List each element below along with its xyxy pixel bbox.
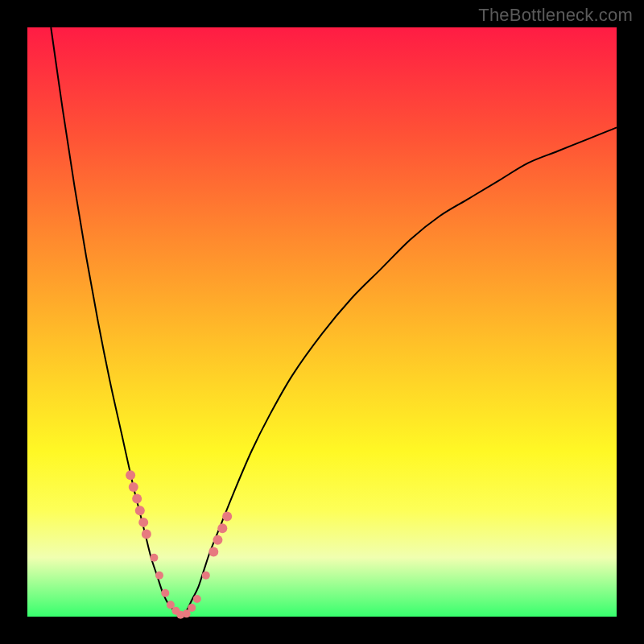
scatter-points	[126, 470, 232, 618]
chart-area	[27, 27, 617, 617]
scatter-point	[135, 506, 145, 515]
curve-left-branch	[51, 27, 180, 617]
scatter-point	[217, 523, 227, 533]
scatter-point	[142, 530, 151, 539]
scatter-point	[208, 547, 218, 556]
scatter-point	[138, 518, 148, 527]
scatter-point	[126, 470, 135, 480]
scatter-point	[188, 604, 196, 612]
scatter-point	[222, 512, 232, 522]
scatter-point	[155, 572, 163, 580]
watermark-text: TheBottleneck.com	[478, 5, 633, 26]
scatter-point	[161, 589, 169, 597]
scatter-point	[129, 482, 138, 492]
chart-svg	[27, 27, 617, 617]
scatter-point	[150, 554, 158, 562]
scatter-point	[193, 595, 201, 603]
curve-right-branch	[180, 127, 617, 617]
scatter-point	[213, 535, 222, 545]
scatter-point	[202, 572, 210, 580]
scatter-point	[132, 494, 142, 504]
